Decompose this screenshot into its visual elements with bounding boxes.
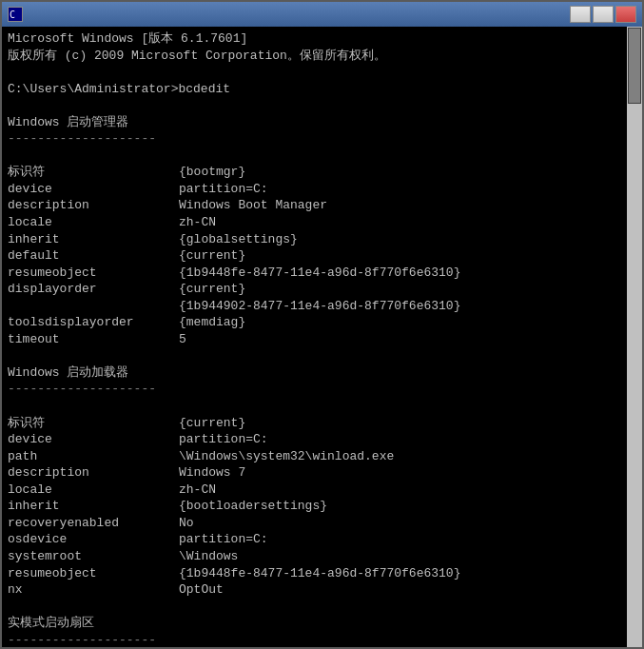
console-line: nxOptOut xyxy=(8,581,636,599)
console-line: inherit{globalsettings} xyxy=(8,231,636,248)
console-line: timeout5 xyxy=(8,331,636,348)
console-line xyxy=(8,97,636,114)
cmd-icon: C xyxy=(8,7,23,22)
console-line: 标识符{current} xyxy=(8,415,636,432)
console-line: devicepartition=C: xyxy=(8,181,636,198)
console-line: 实模式启动扇区 xyxy=(8,615,636,632)
title-bar: C xyxy=(2,2,642,27)
console-line: -------------------- xyxy=(8,632,636,647)
cmd-window: C Microsoft Windows [版本 6.1.7601]版权所有 (c… xyxy=(0,0,644,649)
console-line: osdevicepartition=C: xyxy=(8,531,636,548)
scrollbar[interactable] xyxy=(627,27,642,647)
console-line xyxy=(8,148,636,165)
console-line: resumeobject{1b9448fe-8477-11e4-a96d-8f7… xyxy=(8,265,636,282)
console-line xyxy=(8,398,636,415)
minimize-button[interactable] xyxy=(570,6,591,23)
console-line: -------------------- xyxy=(8,130,636,148)
console-output: Microsoft Windows [版本 6.1.7601]版权所有 (c) … xyxy=(8,30,636,647)
console-line: descriptionWindows 7 xyxy=(8,464,636,482)
title-bar-buttons xyxy=(570,6,636,23)
console-line: 标识符{bootmgr} xyxy=(8,164,636,181)
console-line: -------------------- xyxy=(8,381,636,398)
scrollbar-thumb[interactable] xyxy=(628,28,641,104)
console-line: recoveryenabledNo xyxy=(8,515,636,532)
console-line: {1b944902-8477-11e4-a96d-8f770f6e6310} xyxy=(8,298,636,315)
console-line: systemroot\Windows xyxy=(8,548,636,565)
console-line: resumeobject{1b9448fe-8477-11e4-a96d-8f7… xyxy=(8,565,636,582)
title-bar-left: C xyxy=(8,7,29,22)
console-line xyxy=(8,599,636,616)
console-line: Windows 启动管理器 xyxy=(8,114,636,131)
console-line: Microsoft Windows [版本 6.1.7601] xyxy=(8,30,636,48)
console-line xyxy=(8,347,636,364)
console-line: inherit{bootloadersettings} xyxy=(8,498,636,515)
console-line: C:\Users\Administrator>bcdedit xyxy=(8,81,636,98)
console-line: toolsdisplayorder{memdiag} xyxy=(8,314,636,331)
console-line: displayorder{current} xyxy=(8,281,636,298)
console-line: descriptionWindows Boot Manager xyxy=(8,197,636,214)
console-line: Windows 启动加载器 xyxy=(8,364,636,382)
svg-text:C: C xyxy=(10,10,15,20)
console-area: Microsoft Windows [版本 6.1.7601]版权所有 (c) … xyxy=(2,27,642,647)
console-line: localezh-CN xyxy=(8,482,636,499)
console-line: 版权所有 (c) 2009 Microsoft Corporation。保留所有… xyxy=(8,48,636,65)
maximize-button[interactable] xyxy=(593,6,614,23)
console-line: path\Windows\system32\winload.exe xyxy=(8,448,636,465)
console-line: localezh-CN xyxy=(8,214,636,231)
close-button[interactable] xyxy=(615,6,636,23)
console-line xyxy=(8,64,636,81)
console-line: devicepartition=C: xyxy=(8,431,636,448)
console-line: default{current} xyxy=(8,247,636,265)
